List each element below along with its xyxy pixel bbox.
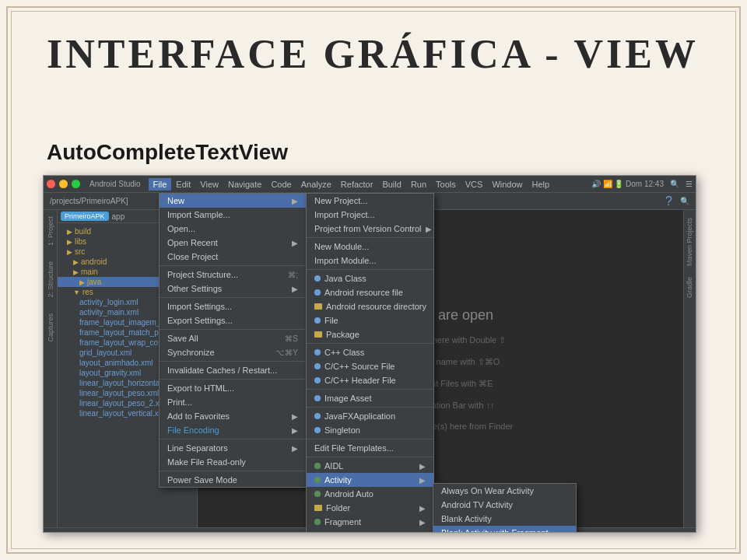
app-logo: Android Studio xyxy=(89,180,141,188)
traffic-lights xyxy=(47,180,80,188)
vtab-captures[interactable]: Captures xyxy=(47,313,54,342)
menu-item-file[interactable]: File xyxy=(149,178,172,191)
path-bar: /projects/PrimeiroAPK] ? 🔍 xyxy=(44,193,696,210)
tree-item-linear-peso2[interactable]: linear_layout_peso_2.xml xyxy=(58,398,197,408)
menu-item-run[interactable]: Run xyxy=(406,178,431,191)
tree-item-anim[interactable]: layout_animhado.xml xyxy=(58,358,197,368)
menu-items: File Edit View Navigate Code Analyze Ref… xyxy=(149,178,555,191)
android-studio-window: Android Studio File Edit View Navigate C… xyxy=(44,176,696,532)
tree-item-android[interactable]: ▶ android xyxy=(58,257,197,267)
path-text: /projects/PrimeiroAPK] xyxy=(50,197,128,205)
tree-item-src[interactable]: ▶ src xyxy=(58,247,197,257)
system-time: 🔊 📶 🔋 Dom 12:43 xyxy=(591,180,664,188)
project-selector: PrimeiroAPK app xyxy=(58,210,197,223)
vtab-structure[interactable]: 2: Structure xyxy=(47,261,54,298)
status-bar: TODO 6: Android Terminal Event Log Gradl… xyxy=(44,527,696,533)
app-label: app xyxy=(112,212,125,221)
tree-item-libs[interactable]: ▶ libs xyxy=(58,236,197,247)
tree-item-gravity[interactable]: layout_gravity.xml xyxy=(58,368,197,378)
question-icon[interactable]: ? xyxy=(665,194,672,208)
tree-item-build[interactable]: ▶ build xyxy=(58,226,197,236)
tree-item-linear-v[interactable]: linear_layout_vertical.xml xyxy=(58,408,197,418)
page-title: Interface Gráfica - View xyxy=(47,31,700,77)
menu-bar-left: Android Studio File Edit View Navigate C… xyxy=(47,178,554,191)
menu-item-help[interactable]: Help xyxy=(528,178,555,191)
vtab-project[interactable]: 1: Project xyxy=(47,216,54,246)
screenshot-container: Android Studio File Edit View Navigate C… xyxy=(43,175,696,533)
hint-search: Search Everywhere with Double ⇧ xyxy=(375,335,507,345)
menu-item-refactor[interactable]: Refactor xyxy=(336,178,378,191)
traffic-light-yellow[interactable] xyxy=(59,180,68,188)
status-tab-event-log[interactable]: Event Log xyxy=(570,532,618,533)
menu-item-vcs[interactable]: VCS xyxy=(461,178,488,191)
h-layout: 1: Project 2: Structure Captures Primeir… xyxy=(44,210,696,527)
project-name-badge: PrimeiroAPK xyxy=(61,212,109,221)
tree-item-linear-peso[interactable]: linear_layout_peso.xml xyxy=(58,388,197,398)
menu-item-build[interactable]: Build xyxy=(377,178,405,191)
tree-item-frame-image[interactable]: frame_layout_imagem_matc xyxy=(58,317,197,327)
status-tab-gradle-console[interactable]: Gradle Console xyxy=(625,532,691,533)
menu-item-edit[interactable]: Edit xyxy=(171,178,195,191)
no-files-text: No files are open xyxy=(388,307,493,324)
traffic-light-green[interactable] xyxy=(72,180,80,188)
menu-item-window[interactable]: Window xyxy=(487,178,527,191)
tree-item-java[interactable]: ▶ java xyxy=(58,277,197,287)
menu-icon[interactable]: ☰ xyxy=(686,180,693,188)
hint-recent: Open Recent Files with ⌘E xyxy=(388,379,493,389)
menu-bar: Android Studio File Edit View Navigate C… xyxy=(44,176,696,193)
hint-open-file: Open a file by name with ⇧⌘O xyxy=(381,357,500,367)
menu-bar-right: 🔊 📶 🔋 Dom 12:43 🔍 ☰ xyxy=(591,180,693,188)
search-icon[interactable]: 🔍 xyxy=(670,180,679,188)
right-tab-maven[interactable]: Maven Projects xyxy=(684,213,696,271)
tree-item-activity-login[interactable]: activity_login.xml xyxy=(58,297,197,307)
menu-item-tools[interactable]: Tools xyxy=(431,178,461,191)
page-subtitle: AutoCompleteTextView xyxy=(47,140,288,165)
status-tab-terminal[interactable]: Terminal xyxy=(143,532,185,533)
hint-nav: Open Navigation Bar with ↑↑ xyxy=(387,401,495,410)
editor-area: No files are open Search Everywhere with… xyxy=(198,210,683,527)
tree-item-grid[interactable]: grid_layout.xml xyxy=(58,348,197,358)
right-tab-gradle[interactable]: Gradle xyxy=(684,272,696,303)
traffic-light-red[interactable] xyxy=(47,180,55,188)
menu-item-navigate[interactable]: Navigate xyxy=(223,178,266,191)
file-tree[interactable]: ▶ build ▶ libs ▶ src ▶ android ▶ main ▶ … xyxy=(58,223,197,527)
menu-item-view[interactable]: View xyxy=(195,178,223,191)
tree-item-frame-wrap[interactable]: frame_layout_wrap_content. xyxy=(58,338,197,348)
hint-drag: Drag and Drop file(s) here from Finder xyxy=(368,422,513,431)
tree-item-res[interactable]: ▼ res xyxy=(58,287,197,297)
tree-item-linear-h[interactable]: linear_layout_horizontal.xml xyxy=(58,378,197,388)
status-tab-todo[interactable]: TODO xyxy=(48,532,83,533)
right-tabs: Maven Projects Gradle xyxy=(683,210,696,527)
menu-item-code[interactable]: Code xyxy=(266,178,296,191)
tree-item-frame-match[interactable]: frame_layout_match_parent xyxy=(58,327,197,338)
left-sidebar: PrimeiroAPK app ▶ build ▶ libs ▶ src ▶ a… xyxy=(58,210,198,527)
status-tab-android[interactable]: 6: Android xyxy=(89,532,137,533)
tree-item-activity-main[interactable]: activity_main.xml xyxy=(58,307,197,317)
path-search-icon[interactable]: 🔍 xyxy=(680,197,689,205)
tree-item-main[interactable]: ▶ main xyxy=(58,267,197,277)
left-vtabs: 1: Project 2: Structure Captures xyxy=(44,210,58,527)
menu-item-analyze[interactable]: Analyze xyxy=(296,178,336,191)
